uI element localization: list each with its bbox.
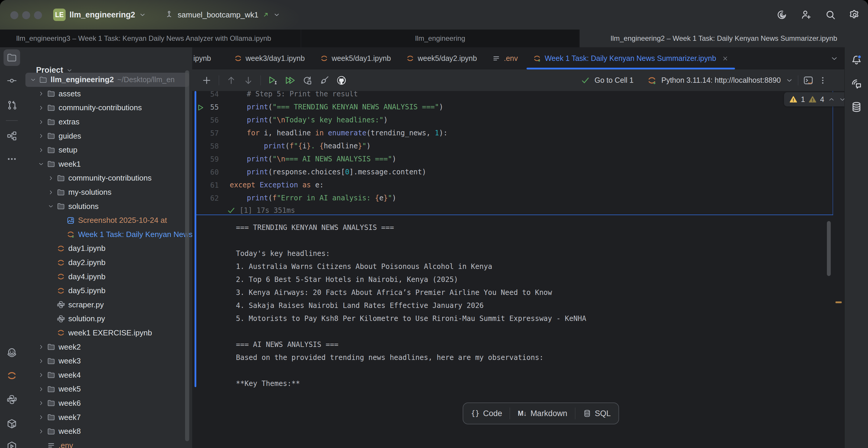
- close-icon[interactable]: [722, 55, 728, 62]
- tree-item-my-solutions[interactable]: my-solutions: [24, 185, 192, 199]
- tree-item-community-contributions[interactable]: community-contributions: [24, 171, 192, 185]
- tree-item-guides[interactable]: guides: [24, 129, 192, 143]
- chevron-down-icon[interactable]: [139, 11, 146, 18]
- tree-item-week6[interactable]: week6: [24, 396, 192, 411]
- chevron-right-icon[interactable]: [38, 414, 47, 420]
- editor-tab-partial[interactable]: ipynb: [193, 54, 211, 63]
- activity-bar-item-project[interactable]: [4, 50, 20, 66]
- sidebar-item-ai-assistant[interactable]: [850, 78, 862, 90]
- chevron-right-icon[interactable]: [48, 175, 57, 182]
- tab-list-chevron-icon[interactable]: [830, 54, 838, 63]
- activity-bar-item-more[interactable]: [4, 151, 20, 167]
- chevron-right-icon[interactable]: [38, 344, 47, 350]
- cell-type-markdown-button[interactable]: M↓Markdown: [518, 409, 567, 418]
- code-line[interactable]: 54 # Step 5: Print the result: [192, 91, 831, 101]
- tree-item-solutions[interactable]: solutions: [24, 199, 192, 213]
- arrow-down-icon[interactable]: [243, 75, 253, 86]
- activity-bar-item-version-control[interactable]: [4, 97, 20, 114]
- chevron-down-icon[interactable]: [785, 76, 793, 84]
- branch-selector[interactable]: samuel_bootcamp_wk1: [178, 10, 258, 20]
- run-all-icon[interactable]: [285, 75, 295, 86]
- code-line[interactable]: 57 for i, headline in enumerate(trending…: [192, 127, 831, 140]
- settings-icon[interactable]: [849, 9, 860, 21]
- tree-item-week5[interactable]: week5: [24, 382, 192, 396]
- chevron-right-icon[interactable]: [38, 358, 47, 364]
- add-user-icon[interactable]: [801, 9, 812, 21]
- activity-bar-item-huggingface[interactable]: [4, 344, 20, 361]
- project-badge[interactable]: LE: [53, 8, 66, 21]
- tree-item-day2-ipynb[interactable]: day2.ipynb: [24, 256, 192, 270]
- tree-item-week2[interactable]: week2: [24, 340, 192, 354]
- inspections-widget[interactable]: 1 4: [784, 92, 844, 106]
- tree-item-week-1-task-daily-kenyan-news-summarizer-ipynb[interactable]: Week 1 Task: Daily Kenyan News Summarize…: [24, 228, 192, 242]
- activity-bar-item-jupyter[interactable]: [4, 367, 20, 384]
- chevron-right-icon[interactable]: [38, 428, 47, 435]
- code-line[interactable]: 59 print("\n=== AI NEWS ANALYSIS ==="): [192, 153, 831, 166]
- window-tab[interactable]: llm_engineering2 – Week 1 Task: Daily Ke…: [580, 30, 868, 47]
- code-line[interactable]: 61except Exception as e:: [192, 179, 831, 192]
- tree-item-day4-ipynb[interactable]: day4.ipynb: [24, 269, 192, 284]
- window-zoom-button[interactable]: [34, 11, 42, 19]
- chevron-down-icon[interactable]: [839, 96, 844, 103]
- kebab-menu-icon[interactable]: [818, 76, 827, 85]
- chevron-right-icon[interactable]: [38, 105, 47, 111]
- github-icon[interactable]: [336, 75, 346, 86]
- cell-type-code-button[interactable]: {}Code: [471, 409, 502, 418]
- search-icon[interactable]: [825, 9, 836, 21]
- sidebar-item-notifications[interactable]: [850, 54, 862, 66]
- tree-item-solution-py[interactable]: solution.py: [24, 312, 192, 326]
- activity-bar-item-python-packages[interactable]: [4, 415, 20, 432]
- window-tab[interactable]: llm_engineering: [301, 30, 580, 47]
- editor-tab[interactable]: week5/day2.ipynb: [399, 47, 485, 69]
- tree-item-llm-engineering2[interactable]: llm_engineering2~/Desktop/llm_en: [25, 73, 189, 87]
- chevron-down-icon[interactable]: [38, 161, 47, 167]
- tree-item-scraper-py[interactable]: scraper.py: [24, 298, 192, 312]
- tree-item-week1-exercise-ipynb[interactable]: week1 EXERCISE.ipynb: [24, 326, 192, 340]
- arrow-up-icon[interactable]: [226, 75, 236, 86]
- jupyter-console-icon[interactable]: [803, 75, 814, 86]
- activity-bar-item-services[interactable]: [4, 438, 20, 448]
- chevron-right-icon[interactable]: [38, 119, 47, 125]
- activity-bar-item-commit[interactable]: [4, 72, 20, 89]
- code-line[interactable]: 58 print(f"{i}. {headline}"): [192, 140, 831, 153]
- chevron-right-icon[interactable]: [48, 189, 57, 196]
- code-line[interactable]: 62 print(f"Error in AI analysis: {e}"): [192, 192, 831, 205]
- code-line[interactable]: 55 print("=== TRENDING KENYAN NEWS ANALY…: [192, 101, 831, 114]
- editor-tab[interactable]: Week 1 Task: Daily Kenyan News Summarize…: [525, 47, 736, 69]
- tree-item-assets[interactable]: assets: [24, 87, 192, 101]
- restart-kernel-icon[interactable]: [302, 75, 312, 86]
- chevron-up-icon[interactable]: [828, 96, 835, 103]
- tree-scrollbar[interactable]: [185, 70, 189, 441]
- project-selector[interactable]: llm_engineering2: [69, 10, 135, 20]
- add-cell-icon[interactable]: [202, 75, 212, 86]
- chevron-down-icon[interactable]: [273, 11, 280, 18]
- code-line[interactable]: 56 print("\nToday's key headlines:"): [192, 114, 831, 127]
- run-cell-icon[interactable]: [268, 75, 278, 86]
- editor-tab[interactable]: .env: [485, 47, 525, 69]
- chevron-right-icon[interactable]: [38, 90, 47, 97]
- tree-item-week1[interactable]: week1: [24, 157, 192, 171]
- tree-item-screenshot-2025-10-24-at[interactable]: Screenshot 2025-10-24 at: [24, 213, 192, 228]
- sidebar-item-database[interactable]: [850, 101, 862, 113]
- tree-item-extras[interactable]: extras: [24, 115, 192, 129]
- push-arrow-icon[interactable]: [262, 11, 269, 18]
- tree-item-community-contributions[interactable]: community-contributions: [24, 101, 192, 115]
- chevron-right-icon[interactable]: [38, 386, 47, 392]
- tree-item-day1-ipynb[interactable]: day1.ipynb: [24, 242, 192, 256]
- go-to-cell-button[interactable]: Go to Cell 1: [594, 76, 633, 85]
- tree-item-day5-ipynb[interactable]: day5.ipynb: [24, 284, 192, 298]
- cell-type-sql-button[interactable]: SQL: [583, 409, 611, 418]
- window-close-button[interactable]: [10, 11, 18, 19]
- tree-item-week7[interactable]: week7: [24, 410, 192, 424]
- chevron-right-icon[interactable]: [38, 147, 47, 153]
- clear-outputs-icon[interactable]: [319, 75, 329, 86]
- ai-swirl-icon[interactable]: [776, 9, 787, 21]
- editor-tab[interactable]: week3/day1.ipynb: [226, 47, 312, 69]
- chevron-down-icon[interactable]: [48, 203, 57, 210]
- error-stripe-mark[interactable]: [835, 301, 842, 303]
- activity-bar-item-python-console[interactable]: [4, 391, 20, 408]
- tree-item-week8[interactable]: week8: [24, 424, 192, 439]
- tree-item-week3[interactable]: week3: [24, 354, 192, 368]
- tree-item-setup[interactable]: setup: [24, 143, 192, 157]
- code-line[interactable]: 60 print(response.choices[0].message.con…: [192, 166, 831, 179]
